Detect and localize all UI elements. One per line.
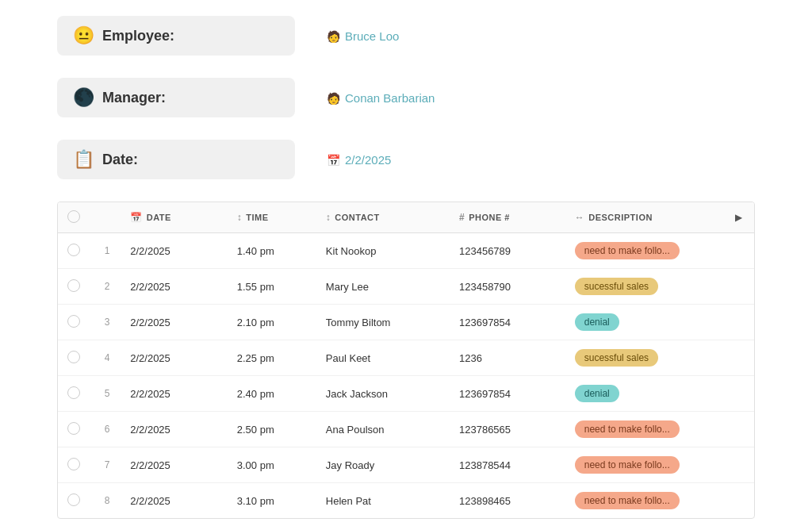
row-contact: Helen Pat (316, 483, 450, 519)
table-row: 8 2/2/2025 3.10 pm Helen Pat 123898465 n… (58, 483, 754, 519)
row-expand (726, 376, 755, 412)
row-time: 2.40 pm (228, 376, 316, 412)
header-checkbox[interactable] (67, 210, 80, 223)
table-header-row: 📅DATE ↕TIME ↕CONTACT #PHONE # ↔DESCRIPTI… (58, 202, 754, 233)
row-checkbox-cell (58, 376, 94, 412)
phone-col-icon: # (459, 212, 465, 223)
employee-value-link[interactable]: Bruce Loo (327, 29, 399, 43)
contact-col-icon: ↕ (326, 212, 331, 223)
table-row: 7 2/2/2025 3.00 pm Jay Roady 123878544 n… (58, 447, 754, 483)
row-phone: 123456789 (450, 233, 565, 269)
row-badge: denial (575, 385, 619, 402)
employee-value: Bruce Loo (345, 29, 399, 43)
row-checkbox-cell (58, 447, 94, 483)
row-badge: need to make follo... (575, 242, 680, 259)
row-description: need to make follo... (565, 233, 726, 269)
row-expand (726, 447, 755, 483)
person-icon-manager (327, 91, 340, 105)
row-number: 4 (94, 340, 121, 376)
manager-label: Manager: (102, 90, 166, 106)
row-phone: 123697854 (450, 305, 565, 340)
employee-label: Employee: (102, 28, 174, 44)
row-description: denial (565, 305, 726, 340)
row-contact: Mary Lee (316, 269, 450, 305)
row-number: 7 (94, 447, 121, 483)
row-badge: need to make follo... (575, 420, 680, 438)
employee-label-box: 😐 Employee: (57, 16, 295, 56)
row-time: 2.25 pm (228, 340, 316, 376)
employee-field-row: 😐 Employee: Bruce Loo (57, 16, 755, 56)
row-phone: 1236 (450, 340, 565, 376)
row-checkbox[interactable] (67, 244, 80, 256)
manager-field-row: 🌑 Manager: Conan Barbarian (57, 78, 755, 117)
manager-label-box: 🌑 Manager: (57, 78, 295, 117)
date-value: 2/2/2025 (345, 153, 391, 167)
manager-value: Conan Barbarian (345, 91, 435, 105)
row-checkbox-cell (58, 305, 94, 340)
row-phone: 123458790 (450, 269, 565, 305)
col-header-phone: #PHONE # (450, 202, 565, 233)
row-checkbox-cell (58, 269, 94, 305)
row-number: 3 (94, 305, 121, 340)
row-contact: Paul Keet (316, 340, 450, 376)
col-header-num (94, 202, 121, 233)
row-contact: Ana Poulson (316, 412, 450, 447)
row-checkbox[interactable] (67, 458, 80, 470)
row-expand (726, 233, 755, 269)
date-label: Date: (102, 152, 138, 168)
row-number: 5 (94, 376, 121, 412)
row-date: 2/2/2025 (121, 412, 228, 447)
row-phone: 123697854 (450, 376, 565, 412)
table-row: 5 2/2/2025 2.40 pm Jack Jackson 12369785… (58, 376, 754, 412)
desc-col-icon: ↔ (575, 212, 585, 223)
manager-emoji: 🌑 (73, 87, 94, 108)
table-row: 1 2/2/2025 1.40 pm Kit Nookop 123456789 … (58, 233, 754, 269)
row-number: 6 (94, 412, 121, 447)
calendar-icon (327, 153, 340, 167)
row-description: need to make follo... (565, 447, 726, 483)
row-badge: need to make follo... (575, 492, 680, 509)
date-field-row: 📋 Date: 2/2/2025 (57, 140, 755, 179)
employee-emoji: 😐 (73, 25, 94, 46)
row-expand (726, 412, 755, 447)
row-contact: Kit Nookop (316, 233, 450, 269)
row-checkbox-cell (58, 483, 94, 519)
row-checkbox[interactable] (67, 279, 80, 292)
row-description: need to make follo... (565, 412, 726, 447)
row-number: 2 (94, 269, 121, 305)
row-checkbox[interactable] (67, 315, 80, 328)
table-row: 3 2/2/2025 2.10 pm Tommy Biltom 12369785… (58, 305, 754, 340)
time-col-icon: ↕ (237, 212, 243, 223)
row-time: 1.40 pm (228, 233, 316, 269)
person-icon-employee (327, 29, 340, 43)
row-description: sucessful sales (565, 340, 726, 376)
row-date: 2/2/2025 (121, 233, 228, 269)
page-container: 😐 Employee: Bruce Loo 🌑 Manager: Conan B… (25, 0, 787, 526)
row-time: 2.10 pm (228, 305, 316, 340)
row-date: 2/2/2025 (121, 269, 228, 305)
row-date: 2/2/2025 (121, 483, 228, 519)
row-time: 1.55 pm (228, 269, 316, 305)
row-contact: Jay Roady (316, 447, 450, 483)
row-contact: Jack Jackson (316, 376, 450, 412)
date-emoji: 📋 (73, 149, 94, 170)
table-row: 4 2/2/2025 2.25 pm Paul Keet 1236 sucess… (58, 340, 754, 376)
row-checkbox[interactable] (67, 351, 80, 363)
row-checkbox[interactable] (67, 386, 80, 399)
col-header-expand: ▶ (726, 202, 755, 233)
manager-value-link[interactable]: Conan Barbarian (327, 91, 435, 105)
row-checkbox-cell (58, 340, 94, 376)
row-badge: sucessful sales (575, 349, 658, 367)
row-phone: 123878544 (450, 447, 565, 483)
row-badge: denial (575, 313, 619, 331)
row-badge: need to make follo... (575, 456, 680, 474)
row-checkbox[interactable] (67, 493, 80, 506)
row-date: 2/2/2025 (121, 376, 228, 412)
row-checkbox[interactable] (67, 422, 80, 435)
row-contact: Tommy Biltom (316, 305, 450, 340)
date-label-box: 📋 Date: (57, 140, 295, 179)
date-value-link[interactable]: 2/2/2025 (327, 153, 391, 167)
row-badge: sucessful sales (575, 278, 658, 295)
row-checkbox-cell (58, 233, 94, 269)
col-header-checkbox (58, 202, 94, 233)
